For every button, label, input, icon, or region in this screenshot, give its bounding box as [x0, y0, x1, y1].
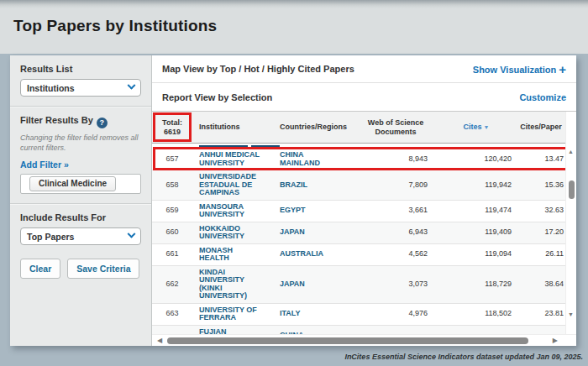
institution-cell: UNIVERSITY OF FERRARA [192, 306, 276, 322]
country-link[interactable]: AUSTRALIA [280, 250, 323, 259]
country-cell: CHINA MAINLAND [276, 151, 355, 167]
cites-cell: 120,420 [436, 155, 517, 164]
filter-note: Changing the filter field removes all cu… [20, 133, 141, 153]
cites-cell: 119,942 [436, 181, 517, 190]
filter-field[interactable]: Clinical Medicine [20, 174, 141, 194]
cites-per-paper-cell: 23.81 [517, 310, 565, 318]
institution-cell: KINDAI UNIVERSITY (KINKI UNIVERSITY) [192, 269, 276, 301]
institution-link[interactable]: FUJIAN MEDICAL UNIVERSITY [199, 328, 260, 335]
page-title: Top Papers by Institutions [13, 17, 217, 35]
total-value: 6619 [164, 128, 181, 137]
col-header-institutions[interactable]: Institutions [192, 123, 276, 132]
institution-cell: HOKKAIDO UNIVERSITY [192, 225, 276, 241]
vertical-scroll-thumb[interactable] [569, 180, 575, 199]
save-criteria-button[interactable]: Save Criteria [67, 259, 139, 279]
cites-cell: 119,474 [436, 207, 517, 215]
scroll-down-icon[interactable]: ▼ [568, 311, 574, 317]
country-cell: AUSTRALIA [276, 250, 355, 259]
col-header-cites[interactable]: Cites▼ [436, 123, 517, 133]
institution-cell: ANHUI MEDICAL UNIVERSITY [192, 151, 276, 167]
customize-link[interactable]: Customize [519, 92, 566, 102]
table-header: Total: 6619 Institutions Countries/Regio… [152, 112, 565, 144]
rank-cell: 663 [152, 310, 192, 318]
cites-cell: 119,094 [436, 250, 517, 259]
table-row: 659MANSOURA UNIVERSITYEGYPT3,661119,4743… [152, 201, 565, 222]
country-link[interactable]: EGYPT [280, 207, 306, 215]
sidebar-buttons: Clear Save Criteria [20, 259, 141, 279]
wos-documents-cell: 8,943 [355, 155, 436, 164]
cites-per-paper-cell: 38.64 [517, 280, 565, 289]
institution-cell: MONASH HEALTH [192, 247, 276, 263]
rank-cell: 658 [152, 181, 192, 190]
rank-cell: 660 [152, 228, 192, 237]
chevron-down-icon [128, 81, 136, 90]
institution-link[interactable]: HOKKAIDO UNIVERSITY [199, 225, 260, 241]
country-link[interactable]: JAPAN [280, 228, 305, 237]
scroll-up-icon[interactable]: ▲ [568, 149, 574, 154]
col-header-countries[interactable]: Countries/Regions [276, 123, 355, 132]
report-view-bar: Report View by Selection Customize [152, 83, 576, 111]
scroll-right-icon[interactable]: ▶ [553, 337, 558, 344]
show-visualization-link[interactable]: Show Visualization+ [473, 62, 566, 76]
institution-cell: UNIVERSIDADE ESTADUAL DE CAMPINAS [192, 173, 276, 197]
wos-documents-cell: 3,661 [355, 207, 436, 215]
col-header-cites-paper[interactable]: Cites/Paper [517, 123, 565, 132]
horizontal-scroll-thumb[interactable] [167, 337, 528, 344]
include-results-value: Top Papers [27, 232, 74, 242]
country-link[interactable]: JAPAN [280, 280, 305, 289]
rank-cell: 657 [152, 155, 192, 164]
clear-button[interactable]: Clear [20, 259, 60, 279]
horizontal-scrollbar[interactable]: ◀ ▶ [152, 334, 576, 346]
sort-desc-icon: ▼ [484, 124, 490, 130]
chevron-down-icon [128, 230, 136, 238]
filter-tag-clinical-medicine[interactable]: Clinical Medicine [29, 176, 116, 191]
cites-per-paper-cell: 15.36 [517, 181, 565, 190]
institution-link[interactable]: MONASH HEALTH [199, 247, 260, 263]
institution-link[interactable]: KINDAI UNIVERSITY (KINKI UNIVERSITY) [199, 269, 260, 301]
sidebar: Results List Institutions Filter Results… [10, 55, 152, 346]
page-header-band: Top Papers by Institutions [0, 0, 588, 54]
wos-documents-cell: 4,976 [355, 310, 436, 318]
total-label: Total: [162, 118, 182, 128]
country-link[interactable]: BRAZIL [280, 181, 307, 190]
cites-per-paper-cell: 17.20 [517, 228, 565, 237]
results-list-dropdown[interactable]: Institutions [20, 79, 141, 97]
scroll-left-icon[interactable]: ◀ [157, 337, 162, 344]
cites-per-paper-cell: 32.63 [517, 207, 565, 215]
cites-cell: 118,729 [436, 280, 517, 289]
include-results-label: Include Results For [20, 212, 141, 222]
col-header-documents[interactable]: Web of Science Documents [355, 118, 436, 136]
add-filter-link[interactable]: Add Filter » [20, 159, 141, 170]
table-body: 657ANHUI MEDICAL UNIVERSITYCHINA MAINLAN… [152, 144, 565, 334]
rank-cell: 659 [152, 207, 192, 215]
rank-cell: 662 [152, 280, 192, 289]
institution-link[interactable]: ANHUI MEDICAL UNIVERSITY [199, 151, 260, 167]
clipped-text-fragment [199, 145, 248, 148]
dataset-update-note: InCites Essential Science Indicators dat… [344, 353, 583, 361]
institution-cell: FUJIAN MEDICAL UNIVERSITY [192, 328, 276, 335]
show-visualization-label: Show Visualization [473, 65, 556, 75]
institution-link[interactable]: MANSOURA UNIVERSITY [199, 203, 260, 219]
wos-documents-cell: 3,073 [355, 280, 436, 289]
clipped-text-fragment [251, 145, 280, 148]
institution-link[interactable]: UNIVERSITY OF FERRARA [199, 306, 260, 322]
table-row: 658UNIVERSIDADE ESTADUAL DE CAMPINASBRAZ… [152, 170, 565, 201]
country-link[interactable]: ITALY [280, 310, 301, 318]
institution-link[interactable]: UNIVERSIDADE ESTADUAL DE CAMPINAS [199, 173, 260, 197]
results-table: Total: 6619 Institutions Countries/Regio… [152, 111, 576, 334]
include-results-dropdown[interactable]: Top Papers [20, 227, 141, 245]
table-row: 657ANHUI MEDICAL UNIVERSITYCHINA MAINLAN… [152, 149, 565, 170]
results-list-value: Institutions [27, 83, 75, 93]
table-row: 660HOKKAIDO UNIVERSITYJAPAN6,943119,4091… [152, 222, 565, 244]
content-panel: Results List Institutions Filter Results… [10, 55, 576, 346]
divider [10, 106, 151, 107]
help-icon[interactable]: ? [97, 118, 108, 128]
vertical-scrollbar[interactable]: ▲ ▼ [565, 112, 576, 334]
col-header-cites-label: Cites [464, 123, 482, 131]
country-link[interactable]: CHINA MAINLAND [280, 151, 332, 167]
cites-per-paper-cell: 13.47 [517, 155, 565, 164]
rank-cell: 661 [152, 250, 192, 259]
table-row: 662KINDAI UNIVERSITY (KINKI UNIVERSITY)J… [152, 266, 565, 304]
cites-cell: 118,502 [436, 310, 517, 318]
wos-documents-cell: 4,562 [355, 250, 436, 259]
